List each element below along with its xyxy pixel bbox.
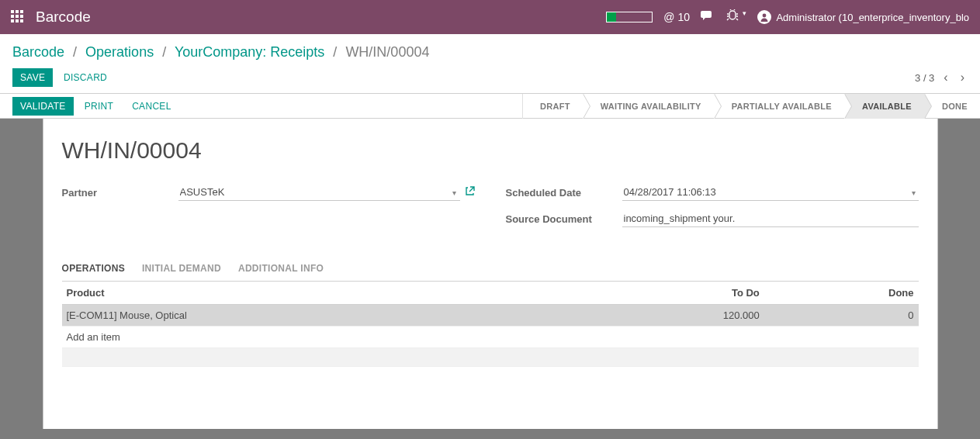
svg-point-0 — [763, 14, 767, 18]
chevron-down-icon[interactable]: ▾ — [912, 188, 916, 197]
cell-done: 0 — [764, 305, 919, 327]
breadcrumb-item[interactable]: Barcode — [12, 44, 64, 60]
trial-progress[interactable] — [606, 12, 653, 22]
breadcrumb-item[interactable]: YourCompany: Receipts — [175, 44, 324, 60]
print-button[interactable]: Print — [77, 97, 122, 116]
status-step-draft[interactable]: Draft — [522, 94, 583, 119]
avatar-icon — [757, 10, 771, 24]
statusbar: Validate Print Cancel Draft Waiting Avai… — [0, 94, 980, 119]
pager-prev-icon[interactable]: ‹ — [940, 71, 951, 85]
source-document-label: Source Document — [506, 210, 622, 225]
breadcrumb-item[interactable]: Operations — [85, 44, 154, 60]
table-row[interactable]: [E-COM11] Mouse, Optical 120.000 0 — [62, 305, 919, 327]
tab-operations[interactable]: Operations — [62, 257, 125, 282]
user-name: Administrator (10_enterprice_inventory_b… — [776, 12, 969, 23]
page-title: WH/IN/00004 — [62, 137, 919, 164]
pager-text: 3 / 3 — [915, 72, 934, 84]
save-button[interactable]: Save — [12, 68, 53, 87]
col-done: Done — [764, 282, 919, 305]
partner-label: Partner — [62, 184, 178, 199]
col-todo: To Do — [610, 282, 764, 305]
tabs: Operations Initial Demand Additional Inf… — [62, 257, 919, 282]
status-step-done[interactable]: Done — [924, 94, 980, 119]
external-link-icon[interactable] — [465, 186, 475, 199]
add-item-link[interactable]: Add an item — [62, 327, 919, 348]
debug-icon[interactable]: ▾ — [725, 9, 746, 25]
col-product: Product — [62, 282, 611, 305]
operations-table: Product To Do Done [E-COM11] Mouse, Opti… — [62, 282, 919, 367]
tab-additional-info[interactable]: Additional Info — [238, 257, 324, 282]
scheduled-date-label: Scheduled Date — [506, 184, 622, 199]
tab-initial-demand[interactable]: Initial Demand — [142, 257, 221, 282]
chat-icon[interactable] — [701, 10, 715, 24]
table-footer — [62, 348, 919, 367]
breadcrumb: Barcode / Operations / YourCompany: Rece… — [12, 44, 429, 60]
form-sheet: WH/IN/00004 Partner ▾ Scheduled Date — [43, 119, 938, 429]
chevron-down-icon[interactable]: ▾ — [452, 188, 456, 197]
control-panel: Barcode / Operations / YourCompany: Rece… — [0, 34, 980, 94]
status-step-available[interactable]: Available — [844, 94, 924, 119]
cell-product: [E-COM11] Mouse, Optical — [62, 305, 611, 327]
status-step-partial[interactable]: Partially Available — [714, 94, 844, 119]
apps-icon[interactable] — [11, 10, 25, 24]
source-document-input[interactable] — [622, 210, 919, 227]
navbar: Barcode @10 ▾ Administrator (10_enterpri… — [0, 0, 980, 34]
cell-todo: 120.000 — [610, 305, 764, 327]
status-step-waiting[interactable]: Waiting Availability — [583, 94, 714, 119]
user-menu[interactable]: Administrator (10_enterprice_inventory_b… — [757, 10, 969, 24]
messaging-counter[interactable]: @10 — [663, 11, 690, 23]
cancel-button[interactable]: Cancel — [124, 97, 178, 116]
partner-input[interactable] — [178, 184, 460, 201]
breadcrumb-current: WH/IN/00004 — [345, 44, 429, 60]
pager: 3 / 3 ‹ › — [915, 71, 968, 85]
app-brand[interactable]: Barcode — [36, 9, 91, 26]
validate-button[interactable]: Validate — [12, 97, 74, 116]
pager-next-icon[interactable]: › — [957, 71, 968, 85]
scheduled-date-input[interactable] — [622, 184, 919, 201]
status-steps: Draft Waiting Availability Partially Ava… — [522, 94, 980, 119]
discard-button[interactable]: Discard — [56, 68, 115, 87]
